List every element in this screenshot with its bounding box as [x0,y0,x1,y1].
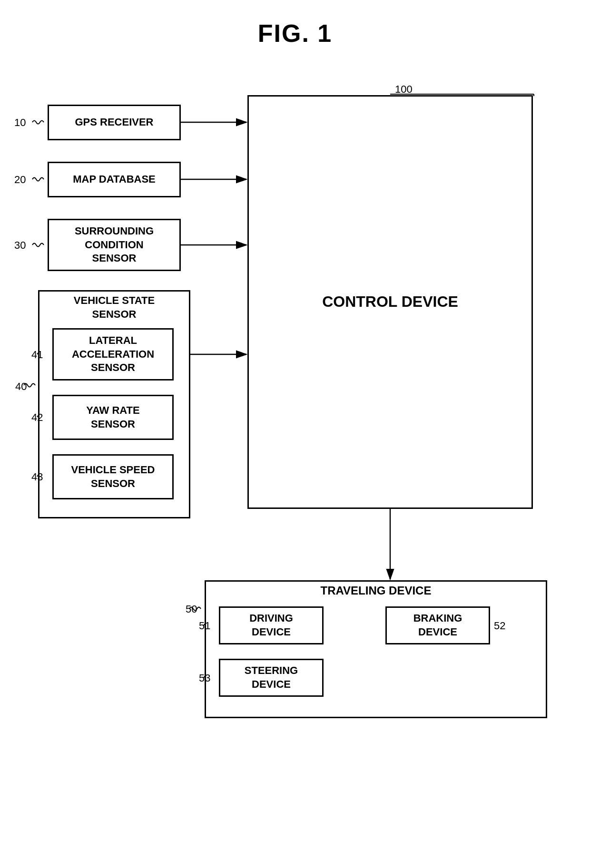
ref-41: 41 [31,349,43,361]
ref-30: 30 [14,239,26,252]
box-traveling [205,580,547,718]
box-control: CONTROL DEVICE [247,95,533,509]
ref-52: 52 [494,620,505,632]
ref-51: 51 [199,620,210,632]
ref-42: 42 [31,411,43,424]
box-speed: VEHICLE SPEED SENSOR [52,454,174,499]
ref-100: 100 [395,83,413,96]
ref-43: 43 [31,471,43,483]
box-yaw: YAW RATE SENSOR [52,395,174,440]
ref-10: 10 [14,117,26,129]
box-lateral: LATERAL ACCELERATION SENSOR [52,328,174,380]
box-driving: DRIVING DEVICE [219,606,324,644]
box-steering: STEERING DEVICE [219,659,324,697]
box-braking: BRAKING DEVICE [385,606,490,644]
box-map: MAP DATABASE [48,162,181,197]
label-vehicle-state: VEHICLE STATE SENSOR [38,290,190,321]
diagram-area: 100 GPS RECEIVER 10 MAP DATABASE 20 SURR… [0,57,590,866]
box-surrounding: SURROUNDING CONDITION SENSOR [48,219,181,271]
label-traveling: TRAVELING DEVICE [205,584,547,597]
ref-40: 40 [15,380,27,393]
page: FIG. 1 [0,0,590,868]
box-gps: GPS RECEIVER [48,105,181,140]
ref-20: 20 [14,174,26,186]
ref-50: 50 [186,603,197,615]
ref-53: 53 [199,672,210,684]
figure-title: FIG. 1 [0,0,590,48]
